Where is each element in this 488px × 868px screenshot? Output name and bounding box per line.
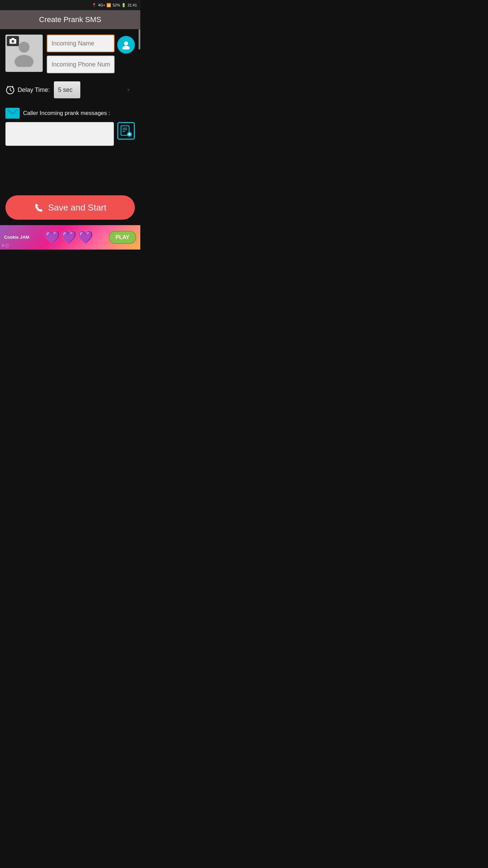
prank-label-container: Caller Incoming prank messages : [5,108,135,119]
prank-label-text: Caller Incoming prank messages : [23,110,110,117]
prank-message-row [5,122,135,146]
phone-icon [34,203,43,212]
svg-point-1 [15,55,34,67]
heart-3: 💜 [78,230,93,244]
input-fields [47,35,115,73]
scrollbar[interactable] [139,29,140,50]
ad-close-button[interactable]: ✕ ⓘ [1,243,9,248]
svg-point-6 [122,46,130,50]
app-header: Create Prank SMS [0,10,140,29]
battery-level: 52% [113,3,120,7]
incoming-phone-input[interactable] [47,56,115,73]
save-start-button[interactable]: Save and Start [5,195,135,220]
ad-banner-left: Cookie JAM [4,235,29,240]
delay-label-container: Delay Time: [5,85,50,95]
heart-1: 💜 [45,230,60,244]
battery-icon: 🔋 [121,3,126,7]
hearts-container: 💜 💜 💜 [29,230,108,244]
delay-select[interactable]: 5 sec 10 sec 15 sec 30 sec 1 min [54,81,80,98]
save-start-label: Save and Start [48,202,106,213]
add-template-icon [120,125,132,137]
cookie-jam-text: Cookie JAM [4,235,29,240]
svg-point-3 [12,40,14,43]
contact-row [5,35,135,73]
envelope-icon [5,108,20,119]
person-circle-icon [121,40,131,50]
network-type: 4G+ [98,3,105,7]
time-display: 21:41 [127,3,137,7]
svg-point-5 [124,41,128,45]
delay-select-wrapper: 5 sec 10 sec 15 sec 30 sec 1 min [54,81,135,98]
signal-icon: 📶 [106,3,111,7]
location-icon: 📍 [92,3,97,7]
contact-picker-button[interactable] [117,36,135,54]
status-bar: 📍 4G+ 📶 52% 🔋 21:41 [0,0,140,10]
info-label: ⓘ [5,243,9,248]
camera-icon [9,38,16,44]
alarm-clock-icon [5,85,15,95]
bottom-section: Save and Start [0,195,140,225]
svg-point-0 [19,42,29,53]
close-label: ✕ [1,243,4,248]
envelope-svg [7,110,18,117]
incoming-name-input[interactable] [47,35,115,52]
ad-play-button[interactable]: PLAY [109,231,136,244]
svg-rect-4 [12,38,14,39]
main-content: Delay Time: 5 sec 10 sec 15 sec 30 sec 1… [0,29,140,157]
delay-row: Delay Time: 5 sec 10 sec 15 sec 30 sec 1… [5,79,135,101]
svg-line-9 [10,90,12,91]
delay-label-text: Delay Time: [18,86,50,94]
prank-message-textarea[interactable] [5,122,114,146]
page-title: Create Prank SMS [39,15,101,24]
prank-section: Caller Incoming prank messages : [5,108,135,146]
ad-banner: Cookie JAM 💜 💜 💜 PLAY ✕ ⓘ [0,225,140,250]
avatar-container [5,35,43,72]
add-template-button[interactable] [117,122,135,140]
heart-2: 💜 [61,230,77,244]
camera-button[interactable] [7,36,19,46]
